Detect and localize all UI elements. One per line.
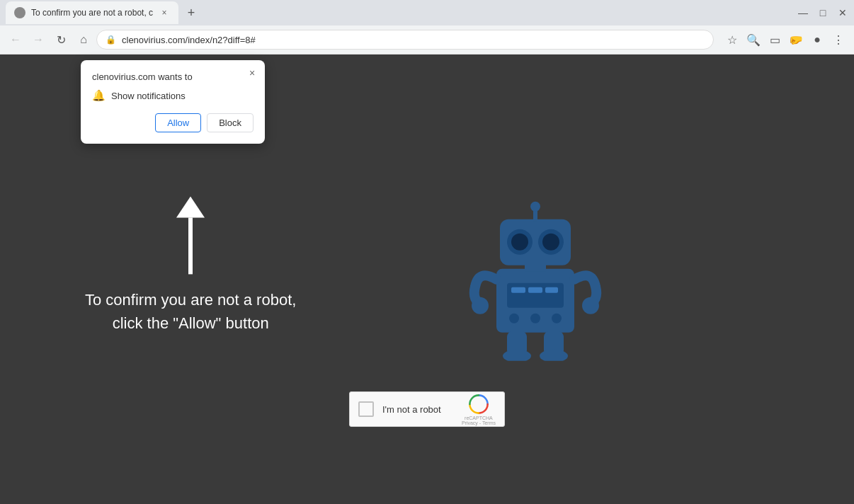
recaptcha-widget: I'm not a robot reCAPTCHAPrivacy - Terms: [349, 391, 505, 427]
address-bar[interactable]: 🔒 clenovirius.com/index/n2?diff=8#: [96, 30, 714, 50]
popup-permission: 🔔 Show notifications: [92, 89, 254, 102]
svg-point-21: [540, 350, 568, 361]
menu-icon[interactable]: ⋮: [829, 30, 848, 50]
svg-point-17: [582, 297, 599, 314]
popup-close-button[interactable]: ×: [245, 66, 259, 80]
tab-title: To confirm you are not a robot, c: [31, 8, 153, 18]
arrow-up: [176, 196, 205, 274]
page-content: × clenovirius.com wants to 🔔 Show notifi…: [0, 55, 854, 504]
browser-tab[interactable]: To confirm you are not a robot, c ×: [6, 1, 178, 24]
maximize-button[interactable]: □: [817, 7, 829, 18]
svg-point-12: [542, 234, 559, 251]
popup-title: clenovirius.com wants to: [92, 71, 254, 82]
confirm-line2: click the "Allow" button: [85, 311, 296, 335]
profile-icon[interactable]: ●: [807, 30, 827, 50]
tab-close-button[interactable]: ×: [159, 7, 170, 18]
bell-icon: 🔔: [92, 89, 106, 102]
svg-point-6: [530, 314, 540, 323]
new-tab-button[interactable]: +: [181, 3, 201, 23]
cast-icon[interactable]: ▭: [765, 30, 785, 50]
svg-point-14: [530, 202, 540, 212]
refresh-button[interactable]: ↻: [51, 30, 71, 50]
window-controls: — □ ✕: [797, 7, 848, 18]
notification-popup: × clenovirius.com wants to 🔔 Show notifi…: [81, 60, 265, 144]
confirm-line1: To confirm you are not a robot,: [85, 288, 296, 311]
svg-point-16: [472, 297, 489, 314]
tab-favicon: [14, 7, 25, 18]
block-button[interactable]: Block: [207, 113, 254, 132]
recaptcha-logo: reCAPTCHAPrivacy - Terms: [462, 393, 496, 425]
zoom-icon[interactable]: 🔍: [744, 30, 763, 50]
url-text: clenovirius.com/index/n2?diff=8#: [122, 35, 705, 45]
svg-rect-15: [525, 263, 546, 272]
svg-point-5: [509, 314, 519, 323]
robot-section: [457, 177, 613, 364]
forward-button[interactable]: →: [28, 30, 48, 50]
confirm-text: To confirm you are not a robot, click th…: [85, 288, 296, 335]
minimize-button[interactable]: —: [797, 7, 809, 18]
home-button[interactable]: ⌂: [74, 30, 93, 50]
robot-svg: [457, 177, 613, 361]
svg-point-20: [503, 350, 531, 361]
svg-point-10: [511, 234, 528, 251]
arrow-head: [176, 196, 205, 217]
title-bar: To confirm you are not a robot, c × + — …: [0, 0, 854, 25]
arrow-shaft: [188, 217, 193, 274]
recaptcha-brand-text: reCAPTCHAPrivacy - Terms: [462, 416, 496, 425]
svg-rect-1: [507, 283, 564, 308]
recaptcha-checkbox[interactable]: [358, 401, 374, 417]
allow-button[interactable]: Allow: [155, 113, 201, 132]
toolbar-icons: ☆ 🔍 ▭ 🤛 ● ⋮: [722, 30, 848, 50]
extensions-icon[interactable]: 🤛: [786, 30, 806, 50]
recaptcha-label: I'm not a robot: [382, 404, 441, 415]
lock-icon: 🔒: [106, 35, 116, 45]
bookmark-icon[interactable]: ☆: [722, 30, 742, 50]
popup-buttons: Allow Block: [92, 113, 254, 132]
close-button[interactable]: ✕: [837, 7, 848, 18]
permission-text: Show notifications: [111, 91, 186, 101]
left-section: To confirm you are not a robot, click th…: [85, 196, 296, 335]
svg-rect-3: [528, 287, 542, 293]
address-bar-row: ← → ↻ ⌂ 🔒 clenovirius.com/index/n2?diff=…: [0, 25, 854, 54]
svg-rect-2: [511, 287, 525, 293]
recaptcha-spinner-icon: [467, 393, 490, 416]
svg-point-7: [552, 314, 562, 323]
back-button[interactable]: ←: [6, 30, 25, 50]
browser-chrome: To confirm you are not a robot, c × + — …: [0, 0, 854, 55]
svg-rect-4: [545, 287, 558, 293]
